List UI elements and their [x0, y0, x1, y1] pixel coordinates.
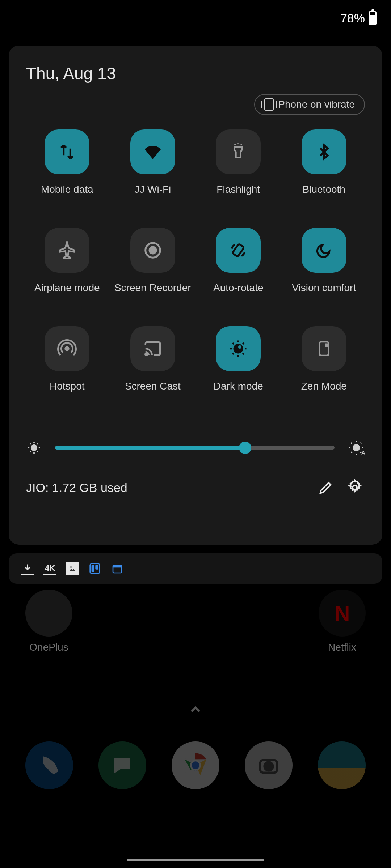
svg-rect-16	[92, 565, 94, 572]
app-netflix[interactable]: N Netflix	[319, 590, 366, 653]
tile-label: Dark mode	[214, 380, 263, 392]
folder-oneplus[interactable]: OnePlus	[25, 590, 72, 653]
svg-point-10	[31, 445, 37, 451]
trello-icon	[88, 562, 101, 575]
svg-rect-17	[95, 565, 98, 570]
tile-label: Flashlight	[216, 184, 260, 195]
gallery-icon	[66, 562, 79, 575]
rotate-icon	[216, 228, 261, 273]
tile-label: JJ Wi-Fi	[134, 184, 171, 195]
tile-label: Auto-rotate	[213, 282, 264, 294]
moon-icon	[302, 228, 346, 273]
svg-point-1	[150, 247, 156, 254]
tile-auto-rotate[interactable]: Auto-rotate	[197, 228, 279, 294]
svg-text:A: A	[361, 450, 365, 456]
svg-point-4	[145, 353, 147, 355]
data-usage-label[interactable]: JIO: 1.72 GB used	[26, 481, 307, 495]
ringer-mode-chip[interactable]: Phone on vibrate	[254, 94, 365, 115]
battery-icon	[369, 11, 377, 25]
folder-label: OnePlus	[29, 642, 68, 653]
app-drawer-handle[interactable]	[188, 702, 203, 718]
tile-vision-comfort[interactable]: Vision comfort	[283, 228, 365, 294]
quick-settings-panel: Thu, Aug 13 Phone on vibrate Mobile data…	[9, 46, 382, 545]
cast-icon	[130, 326, 175, 371]
dock-messages[interactable]	[98, 741, 146, 789]
settings-button[interactable]	[345, 477, 365, 498]
svg-point-6	[238, 345, 241, 349]
tile-label: Screen Recorder	[114, 282, 191, 294]
bluetooth-icon	[302, 129, 346, 174]
app-label: Netflix	[328, 642, 356, 653]
zen-mode-icon: z	[302, 326, 346, 371]
hotspot-icon	[45, 326, 89, 371]
auto-brightness-icon[interactable]: A	[348, 439, 365, 456]
tile-dark-mode[interactable]: Dark mode	[197, 326, 279, 392]
tile-hotspot[interactable]: Hotspot	[26, 326, 108, 392]
record-icon	[130, 228, 175, 273]
svg-point-24	[263, 761, 274, 771]
brightness-slider[interactable]	[55, 446, 335, 450]
tile-label: Airplane mode	[34, 282, 100, 294]
horizon-icon	[318, 741, 366, 789]
netflix-icon: N	[319, 590, 366, 637]
svg-rect-19	[113, 565, 122, 568]
gesture-nav-bar[interactable]	[127, 859, 264, 861]
chrome-icon	[172, 741, 219, 789]
dock-camera[interactable]	[245, 741, 293, 789]
status-bar: 78%	[0, 0, 391, 36]
download-icon	[21, 562, 34, 575]
dock	[0, 741, 391, 789]
date-label[interactable]: Thu, Aug 13	[26, 64, 365, 83]
camera-icon	[245, 741, 293, 789]
tile-mobile-data[interactable]: Mobile data	[26, 129, 108, 195]
tile-label: Zen Mode	[301, 380, 347, 392]
dark-mode-icon	[216, 326, 261, 371]
tile-label: Vision comfort	[292, 282, 356, 294]
tile-screen-cast[interactable]: Screen Cast	[112, 326, 194, 392]
svg-point-13	[353, 485, 357, 490]
tile-wifi[interactable]: JJ Wi-Fi	[112, 129, 194, 195]
messages-icon	[98, 741, 146, 789]
svg-point-23	[192, 761, 199, 769]
tile-label: Screen Cast	[125, 380, 181, 392]
flashlight-icon	[216, 129, 261, 174]
brightness-slider-fill	[55, 446, 245, 450]
dock-phone[interactable]	[25, 741, 73, 789]
battery-percent: 78%	[340, 11, 365, 25]
brightness-row: A	[26, 439, 365, 456]
ringer-mode-label: Phone on vibrate	[278, 99, 355, 110]
svg-point-11	[353, 445, 359, 451]
edit-tiles-button[interactable]	[316, 477, 336, 498]
tile-airplane-mode[interactable]: Airplane mode	[26, 228, 108, 294]
notification-icon-strip[interactable]: 4K	[9, 553, 382, 584]
qs-tile-grid: Mobile data JJ Wi-Fi Flashlight	[26, 129, 365, 392]
home-apps-row: OnePlus N Netflix	[0, 590, 391, 653]
dock-chrome[interactable]	[172, 741, 219, 789]
airplane-icon	[45, 228, 89, 273]
svg-point-3	[66, 347, 69, 350]
tile-label: Mobile data	[41, 184, 93, 195]
tile-label: Bluetooth	[303, 184, 345, 195]
dock-horizon[interactable]	[318, 741, 366, 789]
panel-footer: JIO: 1.72 GB used	[26, 477, 365, 498]
folder-icon	[25, 590, 72, 637]
svg-text:z: z	[326, 343, 328, 347]
wifi-icon	[130, 129, 175, 174]
svg-point-5	[234, 345, 243, 353]
svg-point-14	[70, 566, 72, 568]
brightness-low-icon	[26, 440, 42, 456]
vibrate-icon	[264, 98, 274, 111]
tile-flashlight[interactable]: Flashlight	[197, 129, 279, 195]
tile-bluetooth[interactable]: Bluetooth	[283, 129, 365, 195]
tile-zen-mode[interactable]: z Zen Mode	[283, 326, 365, 392]
phone-icon	[25, 741, 73, 789]
brightness-slider-thumb[interactable]	[239, 442, 251, 454]
mobile-data-icon	[45, 129, 89, 174]
tile-screen-recorder[interactable]: Screen Recorder	[112, 228, 194, 294]
4k-icon: 4K	[43, 562, 56, 575]
tile-label: Hotspot	[50, 380, 85, 392]
calendar-icon	[111, 562, 124, 575]
